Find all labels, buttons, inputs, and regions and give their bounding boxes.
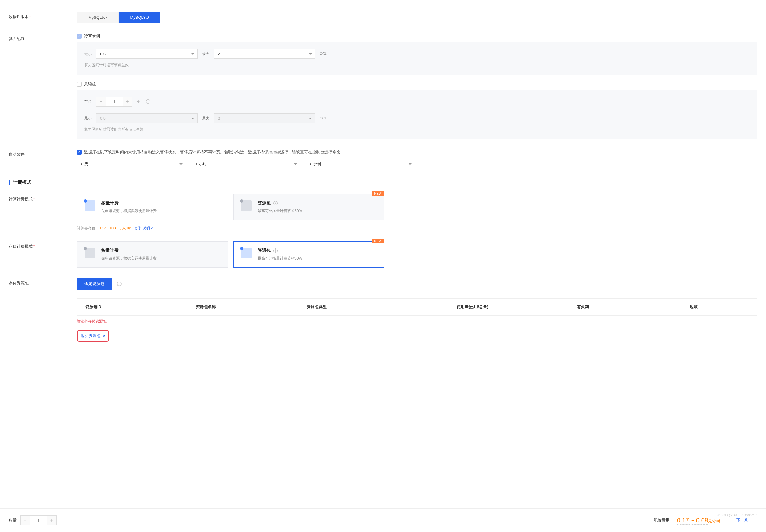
node-label: 节点: [84, 99, 92, 104]
storage-package-desc: 最高可比按量计费节省60%: [258, 256, 302, 261]
package-table: 资源包ID 资源包名称 资源包类型 使用量(已用/总量) 有效期 地域: [77, 298, 757, 316]
auto-pause-days[interactable]: 0 天: [77, 159, 186, 169]
bind-package-button[interactable]: 绑定资源包: [77, 278, 112, 290]
node-plus[interactable]: +: [123, 97, 132, 106]
storage-billing-package[interactable]: NEW 资源包i 最高可比按量计费节省60%: [233, 241, 384, 268]
external-link-icon: ↗: [102, 334, 105, 338]
ro-group-label: 只读组: [84, 81, 96, 87]
info-icon[interactable]: i: [273, 248, 278, 253]
buy-package-link[interactable]: 购买资源包↗: [77, 330, 109, 342]
loading-spinner-icon: [117, 281, 122, 286]
ro-group-checkbox[interactable]: [77, 82, 82, 87]
rw-max-label: 最大: [202, 51, 209, 57]
db-version-mysql57[interactable]: MySQL5.7: [77, 12, 119, 23]
info-icon[interactable]: i: [146, 99, 150, 104]
th-type: 资源包类型: [307, 304, 417, 310]
ro-panel: 节点 − + 个 i 最小 0.5 最大 2 CCU 算力区间针对只读组内所有节…: [77, 90, 757, 139]
payg-desc: 先申请资源，根据实际使用量计费: [101, 208, 157, 214]
rw-max-select[interactable]: 2: [214, 49, 315, 59]
rw-hint: 算力区间针对读写节点生效: [84, 62, 750, 68]
rw-instance-label: 读写实例: [84, 34, 100, 39]
auto-pause-desc: 数据库在以下设定时间内未使用将自动进入暂停状态，暂停后计算将不再计费。若取消勾选…: [84, 149, 340, 155]
rw-panel: 最小 0.5 最大 2 CCU 算力区间针对读写节点生效: [77, 42, 757, 75]
db-version-group: MySQL5.7 MySQL8.0: [77, 12, 757, 23]
ro-min-label: 最小: [84, 116, 92, 121]
rw-instance-checkbox[interactable]: [77, 34, 82, 39]
th-id: 资源包ID: [85, 304, 196, 310]
ro-max-select: 2: [214, 113, 315, 123]
compute-billing-label: 计算计费模式*: [9, 194, 77, 231]
package-desc: 最高可比按量计费节省60%: [258, 208, 302, 214]
info-icon[interactable]: i: [273, 201, 278, 205]
node-stepper[interactable]: − +: [96, 97, 132, 107]
ro-min-select: 0.5: [96, 113, 198, 123]
auto-pause-minutes[interactable]: 0 分钟: [306, 159, 415, 169]
compute-billing-payg[interactable]: 按量计费 先申请资源，根据实际使用量计费: [77, 194, 228, 220]
node-minus[interactable]: −: [96, 97, 106, 106]
ro-max-label: 最大: [202, 116, 209, 121]
rw-min-label: 最小: [84, 51, 92, 57]
price-prefix: 计算参考价:: [77, 226, 96, 230]
compute-billing-package[interactable]: NEW 资源包i 最高可比按量计费节省60%: [233, 194, 384, 220]
discount-link[interactable]: 折扣说明↗: [135, 226, 153, 230]
payg-icon: [85, 248, 95, 258]
package-title: 资源包i: [258, 200, 302, 206]
storage-payg-desc: 先申请资源，根据实际使用量计费: [101, 256, 157, 261]
th-region: 地域: [639, 304, 749, 310]
auto-pause-label: 自动暂停: [9, 149, 77, 169]
storage-package-title: 资源包i: [258, 248, 302, 253]
node-input[interactable]: [106, 97, 123, 106]
storage-payg-title: 按量计费: [101, 248, 157, 253]
storage-pkg-label: 存储资源包: [9, 278, 77, 342]
billing-section-title: 计费模式: [9, 179, 757, 185]
rw-unit: CCU: [320, 52, 328, 56]
ro-unit: CCU: [320, 116, 328, 120]
db-version-label: 数据库版本*: [9, 12, 77, 23]
reference-price: 0.17 ~ 0.68: [99, 226, 117, 230]
new-badge: NEW: [372, 191, 384, 196]
db-version-mysql80[interactable]: MySQL8.0: [119, 12, 160, 23]
payg-icon: [85, 200, 95, 211]
th-name: 资源包名称: [196, 304, 306, 310]
new-badge: NEW: [372, 239, 384, 243]
th-usage: 使用量(已用/总量): [417, 304, 528, 310]
auto-pause-checkbox[interactable]: [77, 150, 82, 155]
compute-label: 算力配置: [9, 34, 77, 139]
package-icon: [241, 248, 252, 258]
payg-title: 按量计费: [101, 200, 157, 206]
package-icon: [241, 200, 252, 211]
storage-pkg-error: 请选择存储资源包: [77, 319, 757, 324]
storage-billing-payg[interactable]: 按量计费 先申请资源，根据实际使用量计费: [77, 241, 228, 268]
auto-pause-hours[interactable]: 1 小时: [191, 159, 300, 169]
storage-billing-label: 存储计费模式*: [9, 241, 77, 268]
rw-min-select[interactable]: 0.5: [96, 49, 198, 59]
th-validity: 有效期: [528, 304, 638, 310]
node-unit: 个: [137, 99, 140, 104]
ro-hint: 算力区间针对只读组内所有节点生效: [84, 127, 750, 132]
price-unit: 元/小时: [120, 226, 131, 230]
